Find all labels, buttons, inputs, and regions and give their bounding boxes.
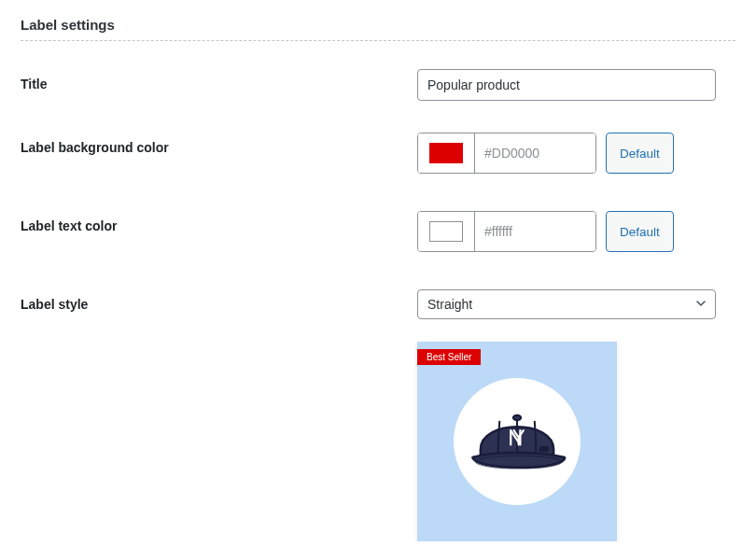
text-color-swatch-inner: [429, 221, 463, 242]
label-text-color: Label text color: [21, 211, 417, 233]
label-style: Label style: [21, 289, 417, 312]
bg-color-swatch-inner: [429, 143, 463, 163]
label-bg-color: Label background color: [21, 133, 417, 155]
text-color-group: [417, 211, 596, 252]
row-label-style: Label style Straight: [0, 269, 756, 330]
text-color-swatch[interactable]: [418, 212, 474, 251]
svg-point-0: [513, 415, 522, 420]
label-title: Title: [21, 69, 417, 91]
text-color-input[interactable]: [474, 212, 595, 251]
cap-icon: [454, 390, 581, 493]
text-color-default-button[interactable]: Default: [606, 211, 674, 252]
bg-color-default-button[interactable]: Default: [606, 133, 674, 174]
row-bg-color: Label background color Default: [0, 112, 756, 194]
bg-color-group: [417, 133, 596, 174]
row-text-color: Label text color Default: [0, 194, 756, 269]
preview-product-bg: [454, 378, 581, 505]
bg-color-swatch[interactable]: [418, 133, 474, 173]
section-heading: Label settings: [0, 0, 756, 40]
preview-badge: Best Seller: [417, 349, 481, 365]
svg-rect-2: [539, 446, 549, 452]
label-style-select[interactable]: Straight: [417, 289, 716, 319]
label-preview: Best Seller: [417, 342, 617, 541]
title-input[interactable]: [417, 69, 716, 101]
separator: [21, 40, 735, 41]
bg-color-input[interactable]: [474, 133, 595, 173]
row-title: Title: [0, 58, 756, 112]
